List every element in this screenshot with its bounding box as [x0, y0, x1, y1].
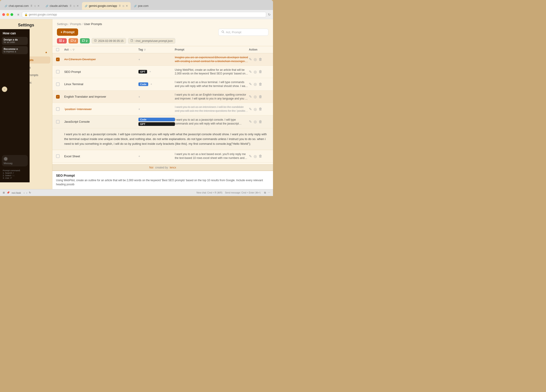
- tab-label-claude: claude.ai/chats: [50, 4, 68, 7]
- delete-btn-6[interactable]: 🗑: [259, 120, 262, 124]
- copy-btn-7[interactable]: ◎: [254, 154, 257, 158]
- tag-cell-3: Code +: [138, 82, 175, 86]
- chat-input-text[interactable]: Messag: [4, 162, 26, 165]
- chat-title: How can: [2, 32, 28, 35]
- maximize-window-btn[interactable]: [11, 13, 13, 16]
- svg-point-0: [5, 158, 6, 160]
- edit-btn-4[interactable]: ✎: [249, 95, 252, 99]
- chevron-up-icon: ▲: [45, 51, 48, 54]
- chat-suggestion-1[interactable]: Design a da for an onlin: [2, 37, 28, 45]
- row-checkbox-5[interactable]: [56, 107, 60, 111]
- breadcrumb-settings[interactable]: Settings: [57, 22, 68, 26]
- preview-text: Using WebPilot, create an outline for an…: [56, 178, 269, 186]
- chat-icon: [71, 39, 73, 43]
- row-checkbox-3[interactable]: [56, 82, 60, 86]
- act-name-6: JavaScript Console: [64, 120, 138, 123]
- tab-close-gemini[interactable]: ✕: [126, 4, 128, 7]
- prompt-text-1: Imagine you are an experienced Ethereum …: [175, 56, 249, 63]
- row-checkbox-1[interactable]: ✓: [56, 58, 60, 61]
- breadcrumb-sep-1: /: [69, 22, 69, 26]
- col-action: Action: [249, 48, 269, 51]
- minimize-window-btn[interactable]: [6, 13, 9, 16]
- table-row: JavaScript Console Code GPT I want you t…: [52, 116, 273, 129]
- tab-poe[interactable]: 🔗 poe.com: [131, 2, 168, 10]
- delete-btn-5[interactable]: 🗑: [259, 107, 262, 111]
- edit-btn-6[interactable]: ✎: [249, 120, 252, 124]
- share-icon[interactable]: ⧉: [264, 191, 266, 194]
- tab-copy-openai[interactable]: ⧉: [34, 5, 36, 7]
- tab-copy-gemini[interactable]: ⧉: [123, 5, 124, 7]
- lock-icon: 🔒: [24, 13, 28, 16]
- action-btns-2: ✎ ◎ 🗑: [249, 70, 269, 74]
- table-header: Act ↑↓ ▽ Tag ▽ Prompt Action: [52, 46, 273, 53]
- delete-btn-7[interactable]: 🗑: [259, 154, 262, 158]
- close-window-btn[interactable]: [2, 13, 5, 16]
- tag-cell-1[interactable]: +: [138, 58, 175, 61]
- collapse-sidebar-btn[interactable]: ≡: [16, 12, 20, 17]
- copy-btn-1[interactable]: ◎: [254, 57, 257, 61]
- tab-bar: 🔗 chat.openai.com ⠿ ⧉ ✕ 🔗 claude.ai/chat…: [0, 0, 273, 10]
- address-bar[interactable]: 🔒 gemini.google.com/app: [22, 12, 266, 17]
- tab-close-openai[interactable]: ✕: [37, 4, 40, 7]
- reload-toolbar-icon[interactable]: ↻: [29, 191, 31, 194]
- reload-btn[interactable]: ↻: [268, 13, 271, 16]
- row-checkbox-2[interactable]: [56, 70, 60, 74]
- edit-btn-2[interactable]: ✎: [249, 70, 252, 74]
- filter-tag-icon[interactable]: ▽: [144, 48, 146, 51]
- tab-claude[interactable]: 🔗 claude.ai/chats ⠿ ⧉ ✕: [43, 2, 82, 10]
- breadcrumb-prompts[interactable]: Prompts: [70, 22, 81, 26]
- add-prompt-button[interactable]: + Prompt: [57, 28, 78, 36]
- edit-btn-3[interactable]: ✎: [249, 82, 252, 86]
- search-box[interactable]: Act, Prompt: [218, 29, 268, 36]
- bottom-preview: SEO Prompt Using WebPilot, create an out…: [52, 171, 273, 189]
- shortcuts-text: New chat: Cmd + R (⌘R) Send message: Cmd…: [196, 192, 260, 194]
- row-checkbox-7[interactable]: [56, 154, 60, 158]
- sidebar-collapse-btn[interactable]: ‹: [2, 86, 7, 92]
- row-checkbox-6[interactable]: [56, 120, 60, 124]
- delete-btn-2[interactable]: 🗑: [259, 70, 262, 74]
- pin-icon[interactable]: 📌: [6, 191, 10, 194]
- copy-btn-4[interactable]: ◎: [254, 95, 257, 99]
- row-checkbox-4[interactable]: ✓: [56, 95, 60, 99]
- header-checkbox[interactable]: [56, 48, 59, 51]
- action-btns-7: ✎ ◎ 🗑: [249, 154, 269, 158]
- copy-btn-2[interactable]: ◎: [254, 70, 257, 74]
- tag-cell-7[interactable]: +: [138, 154, 175, 158]
- bottom-bar: Noi created by lencx: [52, 164, 273, 171]
- nav-back-icon[interactable]: ‹: [24, 192, 25, 194]
- edit-btn-1[interactable]: ✎: [249, 57, 252, 61]
- stat-badge-green: 2: [80, 38, 90, 44]
- more-icon[interactable]: ⋯: [268, 191, 270, 194]
- tab-copy-claude[interactable]: ⧉: [73, 5, 75, 7]
- tag-cell-4[interactable]: +: [138, 95, 175, 99]
- copy-btn-5[interactable]: ◎: [254, 107, 257, 111]
- main-content: Settings / Prompts / User Prompts + Prom…: [52, 19, 273, 189]
- table-row: ✓ An Ethereum Developer + Imagine you ar…: [52, 53, 273, 66]
- browser-toolbar: ≡ 🔒 gemini.google.com/app ↻: [0, 10, 273, 19]
- edit-btn-5[interactable]: ✎: [249, 107, 252, 111]
- tab-favicon-gemini: 🔗: [85, 5, 87, 7]
- nav-forward-icon[interactable]: ›: [26, 192, 27, 194]
- copy-btn-3[interactable]: ◎: [254, 82, 257, 86]
- tag-cell-6: Code GPT: [138, 118, 175, 126]
- filter-act-icon[interactable]: ▽: [73, 48, 74, 51]
- delete-btn-3[interactable]: 🗑: [259, 82, 262, 86]
- prompt-hint: Prompt command: 1. Search: / 2. Select: …: [2, 168, 28, 180]
- bottom-toolbar: ⊞ 📌 noi://ask ‹ › ↻ New chat: Cmd + R (⌘…: [0, 189, 273, 196]
- copy-btn-6[interactable]: ◎: [254, 120, 257, 124]
- edit-btn-7[interactable]: ✎: [249, 154, 252, 158]
- tag-badge-code-3: Code: [138, 82, 149, 86]
- tab-close-claude[interactable]: ✕: [77, 4, 79, 7]
- tag-cell-5[interactable]: +: [138, 107, 175, 111]
- sort-act-icon[interactable]: ↑↓: [69, 48, 72, 51]
- stat-value-green: 2: [86, 39, 87, 43]
- delete-btn-4[interactable]: 🗑: [259, 95, 262, 99]
- grid-icon[interactable]: ⊞: [3, 191, 5, 194]
- tag-add-2[interactable]: +: [149, 70, 151, 73]
- tab-gemini[interactable]: 🔗 gemini.google.com/app ⠿ ⧉ ✕: [82, 2, 131, 10]
- tab-openai[interactable]: 🔗 chat.openai.com ⠿ ⧉ ✕: [2, 2, 42, 10]
- delete-btn-1[interactable]: 🗑: [259, 57, 262, 61]
- tag-add-3[interactable]: +: [150, 82, 152, 86]
- chat-suggestion-2[interactable]: Recomme n to impress a: [2, 46, 28, 54]
- content-header: Settings / Prompts / User Prompts + Prom…: [52, 19, 273, 46]
